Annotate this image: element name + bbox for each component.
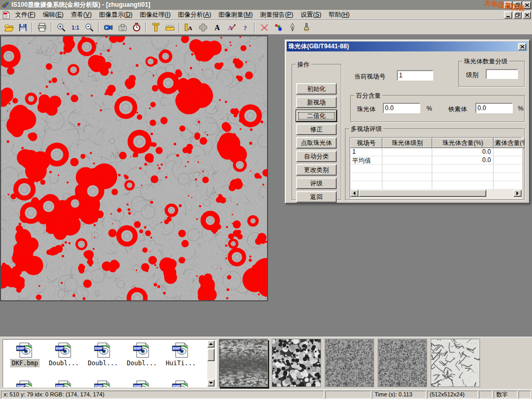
menu-item-9[interactable]: 帮助(H)	[325, 9, 353, 20]
pearlite-unit: %	[427, 105, 432, 112]
menu-item-1[interactable]: 编辑(E)	[39, 9, 67, 20]
ferrite-label: 铁素体	[448, 105, 467, 114]
mdi-close-button[interactable]	[523, 11, 531, 19]
annotate-icon[interactable]: A	[224, 21, 237, 34]
zoom-out-icon[interactable]	[83, 21, 96, 34]
file-item-DKF.bmp[interactable]: BMPDKF.bmp	[6, 342, 44, 367]
pearlite-label: 珠光体	[357, 105, 376, 114]
window-minimize-button[interactable]	[504, 2, 512, 9]
print-icon[interactable]	[35, 21, 48, 34]
window-restore-button[interactable]	[513, 2, 522, 9]
op-button-评级[interactable]: 评级	[296, 178, 337, 189]
particles-icon[interactable]	[272, 21, 285, 34]
thumbnail-specimen-4[interactable]	[378, 339, 427, 387]
curve-icon[interactable]	[258, 21, 271, 34]
rating-table-row[interactable]: 10.0	[350, 148, 522, 156]
save-icon[interactable]	[16, 21, 29, 34]
menu-item-0[interactable]: 文件(F)	[11, 9, 39, 20]
brush-icon[interactable]	[300, 21, 313, 34]
bmp-file-icon: BMP	[94, 380, 112, 388]
menu-item-6[interactable]: 图像测量(M)	[215, 9, 256, 20]
op-button-新视场[interactable]: 新视场	[296, 97, 337, 108]
rating-table-row[interactable]	[350, 173, 522, 181]
file-item-hidden-row[interactable]: BMP	[6, 380, 44, 388]
file-item-hidden-row[interactable]: BMP	[45, 380, 83, 388]
file-item-Doubl...[interactable]: BMPDoubl...	[45, 342, 83, 367]
op-button-修正[interactable]: 修正	[296, 124, 337, 135]
status-segment-0: x: 510 y: 79 idx: 0 RGB: (174, 174, 174)	[1, 391, 324, 398]
scroll-left-icon[interactable]	[350, 190, 358, 197]
video-camera-icon[interactable]	[102, 21, 115, 34]
rating-table-row[interactable]	[350, 165, 522, 173]
grade-group-label: 珠光体数量分级	[462, 57, 509, 66]
op-button-更改类别[interactable]: 更改类别	[296, 164, 337, 176]
mdi-minimize-button[interactable]	[504, 11, 512, 19]
open-icon[interactable]	[2, 21, 15, 34]
thumbnail-specimen-1[interactable]	[219, 339, 268, 387]
thumbnail-specimen-3[interactable]	[325, 339, 374, 387]
rating-table-header-1: 珠光体级别	[382, 138, 432, 148]
bmp-file-icon: BMP	[55, 380, 73, 388]
op-button-自动分类[interactable]: 自动分类	[296, 151, 337, 162]
file-item-hidden-row[interactable]: BMP	[162, 380, 200, 388]
menu-bar: 文件(F)编辑(E)查看(V)图像显示(D)图像处理(I)图像分析(A)图像测量…	[0, 10, 532, 20]
window-title: IS100显微摄像系统(金相分析版) - [zhuguangti01]	[11, 1, 504, 9]
pearlite-percent-input[interactable]	[383, 103, 420, 113]
dialog-close-button[interactable]	[518, 43, 526, 50]
status-segment-6	[518, 391, 531, 398]
rating-table-row[interactable]	[350, 181, 522, 190]
micrograph-image[interactable]	[0, 35, 268, 301]
file-item-Doubl...[interactable]: BMPDoubl...	[123, 342, 161, 367]
menu-item-5[interactable]: 图像分析(A)	[174, 9, 215, 20]
pen-icon[interactable]	[286, 21, 299, 34]
actual-size-icon[interactable]: 1:1	[69, 21, 82, 34]
mdi-restore-button[interactable]	[513, 11, 522, 19]
ferrite-percent-input[interactable]	[475, 103, 513, 113]
svg-text:BMP: BMP	[17, 384, 25, 388]
document-icon	[1, 10, 11, 20]
menu-item-4[interactable]: 图像处理(I)	[136, 9, 174, 20]
table-horizontal-scrollbar[interactable]	[350, 190, 522, 198]
measure-text-icon[interactable]: A	[182, 21, 195, 34]
grade-input[interactable]	[486, 69, 518, 79]
scroll-right-icon[interactable]	[513, 190, 522, 197]
scroll-up-icon[interactable]	[207, 340, 215, 348]
file-label: DKF.bmp	[11, 360, 39, 367]
toolbar-separator	[32, 22, 33, 33]
scrollbar-thumb[interactable]	[207, 349, 215, 361]
svg-text:BMP: BMP	[17, 347, 25, 350]
svg-text:A: A	[188, 25, 192, 31]
op-button-返回[interactable]: 返回	[296, 191, 337, 203]
ruler-icon[interactable]	[163, 21, 176, 34]
rating-table-cell	[432, 173, 494, 181]
pattern-icon[interactable]	[196, 21, 209, 34]
zoom-in-icon[interactable]	[55, 21, 68, 34]
menu-item-3[interactable]: 图像显示(D)	[95, 9, 136, 20]
caliper-icon[interactable]	[149, 21, 162, 34]
file-list-vertical-scrollbar[interactable]	[207, 340, 216, 387]
timer-icon[interactable]	[130, 21, 143, 34]
text-icon[interactable]: A	[210, 21, 223, 34]
op-button-初始化[interactable]: 初始化	[296, 83, 337, 95]
op-button-二值化[interactable]: 二值化	[296, 110, 337, 122]
scrollbar-thumb[interactable]	[358, 190, 486, 197]
file-item-HuiTi...[interactable]: BMPHuiTi...	[162, 342, 200, 367]
toolbar-separator	[51, 22, 52, 33]
scroll-down-icon[interactable]	[207, 379, 215, 387]
menu-item-8[interactable]: 设置(S)	[297, 9, 325, 20]
rating-table-cell	[382, 165, 432, 172]
current-field-input[interactable]	[397, 70, 433, 81]
file-item-Doubl...[interactable]: BMPDoubl...	[84, 342, 122, 367]
rating-table-cell	[494, 148, 522, 156]
menu-item-2[interactable]: 查看(V)	[67, 9, 95, 20]
thumbnail-specimen-5[interactable]	[431, 339, 480, 387]
camera-icon[interactable]	[116, 21, 129, 34]
rating-table-row[interactable]: 平均值0.0	[350, 156, 522, 165]
menu-item-7[interactable]: 测量报告(P)	[256, 9, 297, 20]
file-item-hidden-row[interactable]: BMP	[84, 380, 122, 388]
window-close-button[interactable]	[523, 2, 531, 9]
op-button-点取珠光体[interactable]: 点取珠光体	[296, 137, 337, 149]
thumbnail-specimen-2[interactable]	[272, 339, 321, 387]
file-item-hidden-row[interactable]: BMP	[123, 380, 161, 388]
help-icon[interactable]: ?	[238, 21, 251, 34]
